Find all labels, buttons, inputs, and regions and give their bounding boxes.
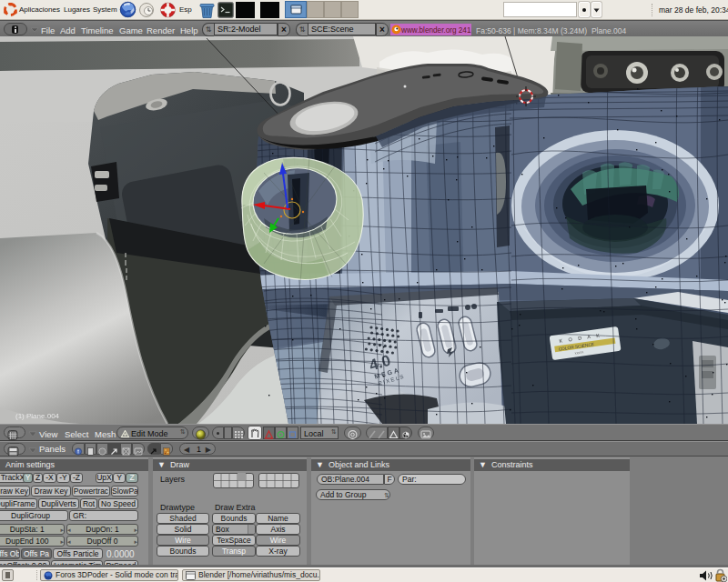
svg-text:(1) Plane.004: (1) Plane.004 <box>15 412 60 420</box>
